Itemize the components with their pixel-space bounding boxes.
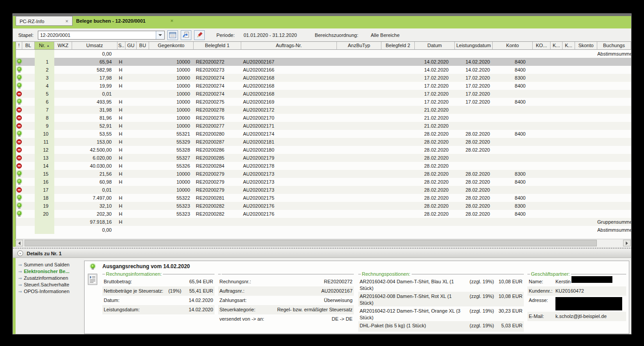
bl-cell: [22, 122, 35, 130]
stapel-combobox[interactable]: 12-2020/0001: [38, 31, 165, 40]
table-row[interactable]: 5 0,01 10000 RE20200274 AU202002168 17.0…: [16, 90, 631, 98]
table-row[interactable]: 11 153,00 H 55329 RE20200287 AU202002181…: [16, 138, 631, 146]
table-row[interactable]: 4 19,99 H 10000 RE20200274 AU202002168 1…: [16, 82, 631, 90]
wkz-cell: [54, 114, 72, 122]
table-row[interactable]: 0,00: [16, 226, 631, 234]
table-row[interactable]: 20 202,30 H 55323 RE20200282 AU202002176…: [16, 210, 631, 218]
ko-cell: [533, 162, 551, 170]
table-row[interactable]: 2 582,98 H 10000 RE20200273 AU202002166 …: [16, 66, 631, 74]
column-header[interactable]: Datum: [415, 42, 455, 50]
column-header[interactable]: K...: [551, 42, 563, 50]
column-header[interactable]: S..: [117, 42, 126, 50]
table-row[interactable]: 18 7.497,00 H 55322 RE20200281 AU2020021…: [16, 194, 631, 202]
umsatz-cell: 65,94: [72, 58, 117, 66]
table-row[interactable]: 0,00: [16, 50, 631, 58]
import-stack-button[interactable]: [181, 30, 191, 40]
details-nav-item[interactable]: Summen und Salden: [18, 262, 84, 268]
column-header[interactable]: Belegfeld 1: [194, 42, 241, 50]
column-header[interactable]: BU: [137, 42, 149, 50]
tab-pc-rz-info[interactable]: PC-RZ-Info: [16, 16, 73, 26]
belegfeld2-cell: [381, 210, 415, 218]
belegfeld2-cell: [381, 58, 415, 66]
column-header[interactable]: !: [16, 42, 22, 50]
details-nav-item[interactable]: OPOS-Informationen: [18, 288, 84, 295]
bl-cell: [22, 226, 35, 234]
table-row[interactable]: 8 81,96 H 10000 RE20200276 AU202002170 2…: [16, 114, 631, 122]
leistungsdatum-cell: [455, 218, 493, 226]
details-header[interactable]: Details zu Nr. 1: [13, 249, 631, 258]
close-icon[interactable]: [65, 16, 69, 26]
scrollbar-thumb[interactable]: [24, 240, 597, 246]
table-row[interactable]: 1 65,94 H 10000 RE20200272 AU202002167 1…: [16, 58, 631, 66]
umsatz-cell: 7.497,00: [72, 194, 117, 202]
column-header[interactable]: Auftrags-Nr.: [241, 42, 337, 50]
column-header[interactable]: WKZ: [54, 42, 72, 50]
chevron-down-icon[interactable]: [156, 31, 164, 39]
details-nav-item[interactable]: Steuerl.Sachverhalte: [18, 282, 84, 288]
table-row[interactable]: 97.918,16 H: [16, 218, 631, 226]
table-row[interactable]: 14 40.030,00 H 55326 RE20200284 AU202002…: [16, 162, 631, 170]
table-row[interactable]: 13 6.020,00 H 55327 RE20200285 AU2020021…: [16, 154, 631, 162]
table-row[interactable]: 16 60,98 H 10000 RE20200279 AU202002173 …: [16, 178, 631, 186]
nr-cell: 2: [35, 66, 54, 74]
table-row[interactable]: 10 53,55 H 55321 RE20200280 AU202002174 …: [16, 130, 631, 138]
details-nav-item[interactable]: Elektronischer Be...: [18, 268, 84, 275]
buchungstext-cell: [597, 138, 631, 146]
column-header[interactable]: Belegfeld 2: [381, 42, 415, 50]
skonto-cell: [575, 98, 597, 106]
column-header[interactable]: GU: [126, 42, 137, 50]
bl-cell: [22, 138, 35, 146]
app-window: PC-RZ-Info Belege buchen - 12-2020/0001 …: [12, 13, 632, 334]
scroll-right-icon[interactable]: [623, 240, 631, 246]
table-row[interactable]: 3 17,98 H 10000 RE20200274 AU202002168 1…: [16, 74, 631, 82]
soll-haben-cell: H: [117, 162, 126, 170]
konto-cell: 8400: [493, 98, 533, 106]
column-header[interactable]: K...: [563, 42, 575, 50]
nr-cell: 13: [35, 154, 54, 162]
k2-cell: [563, 114, 575, 122]
horizontal-scrollbar[interactable]: [16, 239, 631, 247]
column-header[interactable]: AnzBuTyp: [337, 42, 381, 50]
buchungstext-cell: [597, 90, 631, 98]
leistungsdatum-cell: 28.02.2020: [455, 130, 493, 138]
nr-cell: 15: [35, 170, 54, 178]
nr-cell: 20: [35, 210, 54, 218]
column-header[interactable]: KO...: [533, 42, 551, 50]
table-row[interactable]: 15 21,56 H 10000 RE20200279 AU202002173 …: [16, 170, 631, 178]
column-header[interactable]: Nr.: [35, 42, 54, 50]
column-header[interactable]: Konto: [493, 42, 533, 50]
table-row[interactable]: 17 0,01 10000 RE20200279 AU202002173 28.…: [16, 186, 631, 194]
bl-cell: [22, 98, 35, 106]
table-row[interactable]: 7 31,98 H 10000 RE20200278 AU202002172 2…: [16, 106, 631, 114]
scroll-left-icon[interactable]: [16, 240, 23, 246]
tab-belege-buchen[interactable]: Belege buchen - 12-2020/0001: [73, 16, 177, 26]
open-form-button[interactable]: [167, 30, 178, 40]
skonto-cell: [575, 66, 597, 74]
auftragsnr-cell: AU202002171: [241, 122, 337, 130]
column-header[interactable]: Skonto: [575, 42, 597, 50]
column-header[interactable]: Umsatz: [72, 42, 117, 50]
column-header[interactable]: Buchungs: [597, 42, 631, 50]
details-body: Summen und Salden Elektronischer Be... Z…: [13, 258, 631, 334]
column-header[interactable]: BL: [22, 42, 35, 50]
leistungsdatum-cell: 28.02.2020: [455, 186, 493, 194]
buchungstext-cell: Abstimmsumme: [597, 50, 631, 58]
anzbutyp-cell: [337, 58, 381, 66]
belegfeld2-cell: [381, 162, 415, 170]
gegenkonto-cell: [149, 50, 194, 58]
column-header[interactable]: Gegenkonto: [149, 42, 194, 50]
table-row[interactable]: 19 32,10 H 55323 RE20200282 AU202002176 …: [16, 202, 631, 210]
edit-button[interactable]: [194, 30, 205, 40]
collapse-chevron-icon[interactable]: [17, 250, 23, 256]
details-nav-item[interactable]: Zusatzinformationen: [18, 275, 84, 282]
wkz-cell: [54, 58, 72, 66]
table-row[interactable]: 9 52,91 H 10000 RE20200277 AU202002171 2…: [16, 122, 631, 130]
auftragsnr-cell: AU202002173: [241, 170, 337, 178]
k2-cell: [563, 106, 575, 114]
column-header[interactable]: Leistungsdatum: [455, 42, 493, 50]
table-row[interactable]: 12 42.500,00 H 55328 RE20200286 AU202002…: [16, 146, 631, 154]
skonto-cell: [575, 122, 597, 130]
table-row[interactable]: 6 493,95 H 10000 RE20200275 AU202002169 …: [16, 98, 631, 106]
close-icon[interactable]: [170, 16, 174, 26]
konto-cell: 8400: [493, 66, 533, 74]
